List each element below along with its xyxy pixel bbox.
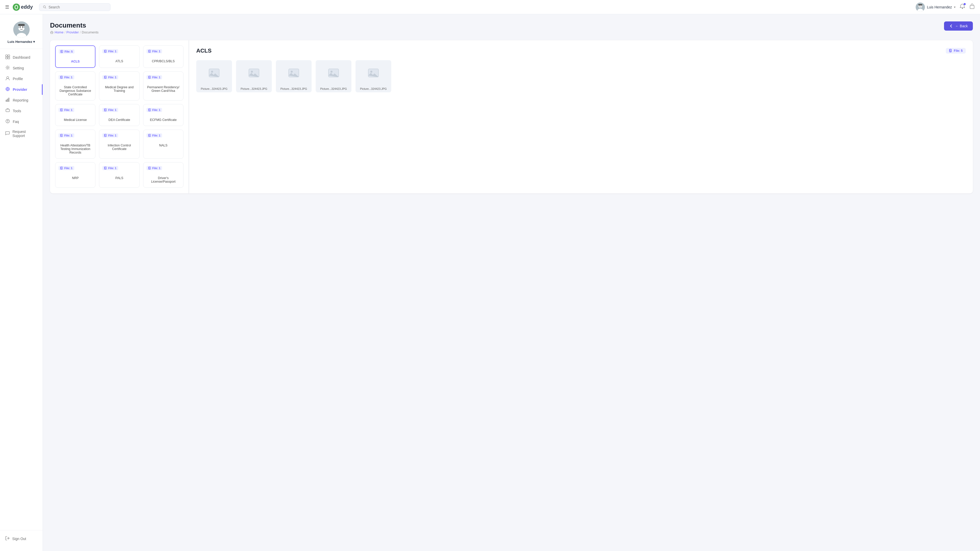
file-name-2: Picture...324423.JPG <box>280 87 308 90</box>
file-badge-icon <box>148 134 151 137</box>
doc-badge-nals: File: 1 <box>146 133 162 138</box>
svg-rect-45 <box>149 50 151 52</box>
svg-rect-12 <box>970 5 974 9</box>
bag-icon[interactable] <box>969 3 975 11</box>
app-logo: eddy <box>13 3 33 11</box>
file-name-0: Picture...324423.JPG <box>200 87 229 90</box>
main-content: Documents Home / Provider / Documents ← … <box>43 14 980 551</box>
image-placeholder-icon <box>288 67 300 79</box>
breadcrumb-provider[interactable]: Provider <box>66 30 79 34</box>
doc-card-acls[interactable]: File: 5 ACLS <box>55 45 95 68</box>
sidebar-nav: Dashboard Setting Profile Provider <box>0 49 43 530</box>
sidebar-item-provider[interactable]: Provider <box>0 84 43 95</box>
detail-header: ACLS File: 5 <box>196 48 966 54</box>
svg-point-26 <box>6 76 9 79</box>
files-grid: Picture...324423.JPG Picture...324423.JP… <box>196 60 966 92</box>
sidebar-item-reporting[interactable]: Reporting <box>0 95 43 106</box>
file-thumb-0[interactable]: Picture...324423.JPG <box>196 60 232 92</box>
file-badge-icon <box>148 50 151 53</box>
sign-out-icon <box>5 536 10 541</box>
doc-badge-ecfmg: File: 1 <box>146 108 162 112</box>
svg-point-79 <box>331 71 332 73</box>
sidebar-label-faq: Faq <box>13 120 19 124</box>
doc-card-pals[interactable]: File: 1 PALS <box>99 162 139 188</box>
doc-card-ml[interactable]: File: 1 Medical License <box>55 104 95 126</box>
svg-rect-61 <box>105 134 107 136</box>
svg-rect-51 <box>149 76 151 78</box>
sign-out-button[interactable]: Sign Out <box>0 534 43 544</box>
breadcrumb-current: Documents <box>82 30 99 34</box>
svg-rect-24 <box>8 57 10 59</box>
doc-card-infection[interactable]: File: 1 Infection Control Certificate <box>99 130 139 159</box>
sidebar-item-profile[interactable]: Profile <box>0 73 43 84</box>
doc-card-ecfmg[interactable]: File: 1 ECFMG Certificate <box>143 104 183 126</box>
svg-point-11 <box>962 8 963 9</box>
doc-title-acls: ACLS <box>59 60 92 63</box>
svg-rect-35 <box>8 98 9 102</box>
search-input[interactable] <box>48 5 107 9</box>
doc-card-dlp[interactable]: File: 1 Driver's License/Passport <box>143 162 183 188</box>
doc-card-atls[interactable]: File: 1 ATLS <box>99 45 139 68</box>
sidebar-label-profile: Profile <box>13 77 23 81</box>
sidebar-item-tools[interactable]: Tools <box>0 106 43 116</box>
doc-card-nrp[interactable]: File: 1 NRP <box>55 162 95 188</box>
doc-title-dlp: Driver's License/Passport <box>146 176 180 183</box>
doc-badge-nrp: File: 1 <box>59 166 74 170</box>
sidebar-item-request-support[interactable]: Request Support <box>0 127 43 140</box>
file-thumb-2[interactable]: Picture...324423.JPG <box>276 60 312 92</box>
svg-point-73 <box>211 71 213 73</box>
svg-rect-41 <box>61 50 63 52</box>
svg-rect-63 <box>149 134 151 136</box>
doc-title-scds: State Controlled Dangerous Substance Cer… <box>59 86 92 96</box>
sidebar-user: Luis Hernandez ▾ <box>0 18 43 49</box>
notification-bell[interactable] <box>959 3 965 11</box>
sidebar-item-dashboard[interactable]: Dashboard <box>0 52 43 63</box>
svg-rect-59 <box>61 134 62 136</box>
back-button[interactable]: ← Back <box>944 21 973 30</box>
breadcrumb-home[interactable]: Home <box>55 30 64 34</box>
documents-grid: File: 5 ACLS File: 1 ATLS File: 1 CPR/BC… <box>50 40 189 193</box>
svg-rect-21 <box>6 55 7 57</box>
svg-rect-33 <box>6 100 6 102</box>
detail-file-badge: File: 5 <box>946 48 966 54</box>
file-image-2 <box>276 60 312 86</box>
doc-card-health[interactable]: File: 1 Health Attestation/TB Testing Im… <box>55 130 95 159</box>
sidebar-item-setting[interactable]: Setting <box>0 63 43 73</box>
doc-card-cpr[interactable]: File: 1 CPR/BCLS/BLS <box>143 45 183 68</box>
layout: Luis Hernandez ▾ Dashboard Setting <box>0 0 980 551</box>
svg-rect-34 <box>7 99 8 102</box>
file-thumb-4[interactable]: Picture...324423.JPG <box>355 60 391 92</box>
doc-card-dea[interactable]: File: 1 DEA Certificate <box>99 104 139 126</box>
file-image-0 <box>196 60 232 86</box>
search-bar[interactable] <box>39 3 110 11</box>
sidebar-label-dashboard: Dashboard <box>13 56 30 59</box>
file-image-3 <box>316 60 352 86</box>
content-area: File: 5 ACLS File: 1 ATLS File: 1 CPR/BC… <box>50 40 973 193</box>
doc-card-nals[interactable]: File: 1 NALS <box>143 130 183 159</box>
detail-file-icon <box>949 49 953 52</box>
svg-rect-36 <box>6 109 10 112</box>
doc-card-scds[interactable]: File: 1 State Controlled Dangerous Subst… <box>55 71 95 100</box>
home-icon <box>50 30 54 34</box>
doc-title-ml: Medical License <box>59 118 92 122</box>
notification-dot <box>964 3 966 5</box>
tools-icon <box>5 108 10 114</box>
doc-title-ecfmg: ECFMG Certificate <box>146 118 180 122</box>
doc-card-prgv[interactable]: File: 1 Permanent Residency/ Green Card/… <box>143 71 183 100</box>
sidebar-item-faq[interactable]: Faq <box>0 116 43 127</box>
file-thumb-1[interactable]: Picture...324423.JPG <box>236 60 272 92</box>
page-title: Documents <box>50 21 99 29</box>
sidebar-username[interactable]: Luis Hernandez ▾ <box>8 40 35 44</box>
user-menu[interactable]: Luis Hernandez ▾ <box>916 3 956 12</box>
menu-icon[interactable]: ☰ <box>5 4 9 10</box>
svg-point-25 <box>7 67 8 68</box>
svg-rect-49 <box>105 76 107 78</box>
file-thumb-3[interactable]: Picture...324423.JPG <box>316 60 352 92</box>
svg-point-2 <box>15 6 18 9</box>
doc-card-mdt[interactable]: File: 1 Medical Degree and Training <box>99 71 139 100</box>
doc-badge-dea: File: 1 <box>102 108 118 112</box>
file-badge-icon <box>60 167 63 170</box>
doc-title-atls: ATLS <box>102 59 136 63</box>
svg-point-17 <box>22 27 23 28</box>
doc-badge-atls: File: 1 <box>102 49 118 53</box>
